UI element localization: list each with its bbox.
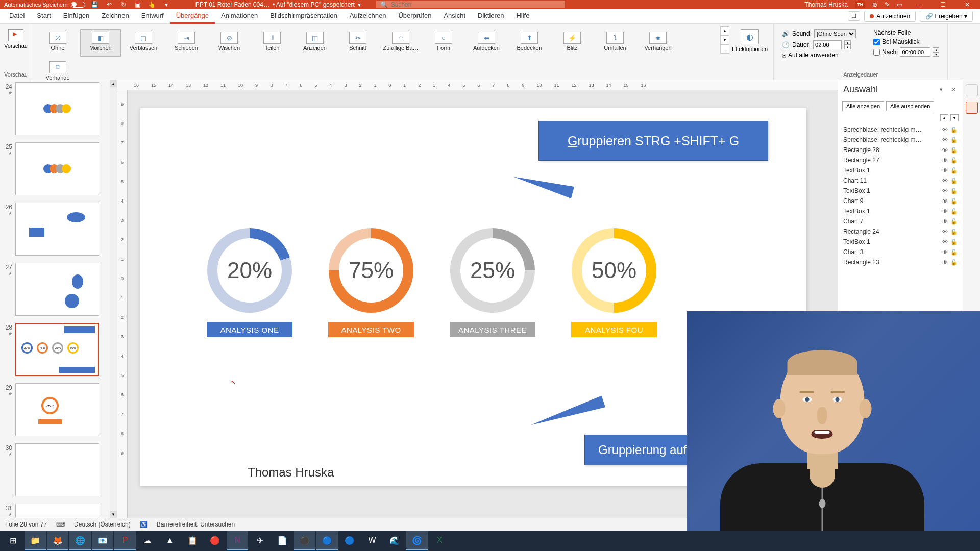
menu-tab-einfügen[interactable]: Einfügen [57,9,95,24]
maximize-button[interactable]: ☐ [934,0,951,9]
onenote-icon[interactable]: N [227,531,248,550]
slide-thumbnail-30[interactable]: 30★ [0,441,117,502]
slide-thumbnail-26[interactable]: 26★ [0,201,117,261]
visibility-icon[interactable]: 👁 [942,218,948,225]
selection-item[interactable]: Sprechblase: rechteckig m…👁🔓 [838,135,963,145]
transition-verblassen[interactable]: ▢Verblassen [123,29,164,57]
outlook-icon[interactable]: 📧 [92,531,113,550]
donut-chart[interactable]: 50% [572,228,656,313]
donut-chart[interactable]: 25% [450,228,535,313]
visibility-icon[interactable]: 👁 [942,178,948,184]
gallery-more-icon[interactable]: ⋯ [720,44,729,54]
search-input[interactable] [391,1,561,8]
chevron-down-icon[interactable]: ▾ [358,1,361,8]
transition-morphen[interactable]: ◧Morphen [80,29,121,57]
selection-item[interactable]: Chart 7👁🔓 [838,216,963,227]
lock-icon[interactable]: 🔓 [950,239,958,245]
selection-item[interactable]: Chart 9👁🔓 [838,196,963,206]
selection-item[interactable]: TextBox 1👁🔓 [838,206,963,216]
user-avatar[interactable]: TH [855,1,865,8]
donut-chart[interactable]: 20% [207,228,292,313]
after-input[interactable] [900,47,930,57]
search-bar[interactable]: 🔍 [376,1,565,8]
record-button[interactable]: Aufzeichnen [864,11,916,22]
on-click-checkbox[interactable]: Bei Mausklick [873,38,939,45]
visibility-icon[interactable]: 👁 [942,259,948,266]
slide-thumbnail-31[interactable]: 31★ [0,502,117,518]
visibility-icon[interactable]: 👁 [942,127,948,133]
strip-item[interactable] [966,84,978,96]
donut-chart[interactable]: 75% [329,228,413,313]
menu-tab-diktieren[interactable]: Diktieren [472,9,510,24]
menu-tab-entwurf[interactable]: Entwurf [135,9,170,24]
excel-icon[interactable]: X [429,531,450,550]
menu-tab-start[interactable]: Start [31,9,57,24]
qat-more-icon[interactable]: ▾ [162,1,171,8]
thumbnail-pane[interactable]: 24★25★26★27★28★20%75%25%50%29★75%30★31★ … [0,80,117,518]
apply-all-button[interactable]: ⎘ Auf alle anwenden [782,52,856,59]
visibility-icon[interactable]: 👁 [942,137,948,143]
present-icon[interactable]: ▣ [133,1,142,8]
visibility-icon[interactable]: 👁 [942,147,948,154]
move-down-icon[interactable]: ▼ [950,114,959,121]
task-icon[interactable]: ☁ [137,531,158,550]
transition-anzeigen[interactable]: ◫Anzeigen [295,29,335,57]
obs-icon[interactable]: ⚫ [294,531,315,550]
lock-icon[interactable]: 🔓 [950,137,958,143]
visibility-icon[interactable]: 👁 [942,188,948,194]
scroll-down-icon[interactable]: ▼ [110,511,117,518]
transition-ohne[interactable]: ∅Ohne [37,29,78,57]
edge-icon[interactable]: 🌀 [406,531,428,550]
firefox-icon[interactable]: 🦊 [47,531,68,550]
slide-thumbnail-29[interactable]: 29★75% [0,381,117,441]
callout-group-shape[interactable]: Gruppieren STRG +SHIFT+ G [538,121,768,161]
toggle-icon[interactable] [71,2,85,8]
selection-item[interactable]: Rectangle 23👁🔓 [838,257,963,267]
lock-icon[interactable]: 🔓 [950,198,958,205]
spin-up-icon[interactable]: ▲ [933,47,939,52]
collapse-ribbon-icon[interactable]: ☐ [848,11,860,21]
lock-icon[interactable]: 🔓 [950,218,958,225]
duration-input[interactable] [813,40,842,49]
menu-tab-übergänge[interactable]: Übergänge [170,9,215,24]
status-slide[interactable]: Folie 28 von 77 [5,521,47,528]
chart-label[interactable]: ANALYSIS ONE [207,322,292,337]
transition-verhängen[interactable]: ⩨Verhängen [638,29,678,57]
vlc-icon[interactable]: ▲ [159,531,181,550]
transition-blitz[interactable]: ⚡Blitz [552,29,593,57]
task-icon[interactable]: 🔵 [339,531,360,550]
telegram-icon[interactable]: ✈ [249,531,271,550]
visibility-icon[interactable]: 👁 [942,249,948,256]
transition-wischen[interactable]: ⊘Wischen [209,29,250,57]
status-language[interactable]: Deutsch (Österreich) [74,521,131,528]
thumb-scrollbar[interactable]: ▲ ▼ [110,80,117,518]
chart-1[interactable]: 20%ANALYSIS ONE [207,228,292,337]
transition-zufällige ba…[interactable]: ⁘Zufällige Ba… [380,29,421,57]
gallery-up-icon[interactable]: ▲ [720,26,729,35]
a11y-icon[interactable]: ⌨ [56,521,65,528]
task-icon[interactable]: 📄 [272,531,293,550]
menu-tab-zeichnen[interactable]: Zeichnen [95,9,135,24]
menu-tab-datei[interactable]: Datei [3,9,31,24]
autosave-toggle[interactable]: Automatisches Speichern [4,2,85,8]
lock-icon[interactable]: 🔓 [950,157,958,164]
touch-icon[interactable]: 👆 [148,1,157,8]
visibility-icon[interactable]: 👁 [942,229,948,235]
undo-icon[interactable]: ↶ [105,1,114,8]
spin-up-icon[interactable]: ▲ [844,40,851,45]
selection-item[interactable]: Chart 3👁🔓 [838,247,963,257]
sound-select[interactable]: [Ohne Sound] [814,29,856,38]
visibility-icon[interactable]: 👁 [942,157,948,164]
visibility-icon[interactable]: 👁 [942,167,948,174]
chart-label[interactable]: ANALYSIS THREE [450,322,535,337]
scroll-up-icon[interactable]: ▲ [110,80,117,87]
save-icon[interactable]: 💾 [90,1,100,8]
share-button[interactable]: 🔗 Freigeben ▾ [920,11,973,22]
selection-item[interactable]: Sprechblase: rechteckig m…👁🔓 [838,124,963,135]
visibility-icon[interactable]: 👁 [942,239,948,245]
chrome-icon[interactable]: 🌐 [69,531,91,550]
hide-all-button[interactable]: Alle ausblenden [886,101,934,111]
explorer-icon[interactable]: 📁 [24,531,46,550]
a11y-check-icon[interactable]: ♿ [140,521,148,528]
lock-icon[interactable]: 🔓 [950,178,958,184]
